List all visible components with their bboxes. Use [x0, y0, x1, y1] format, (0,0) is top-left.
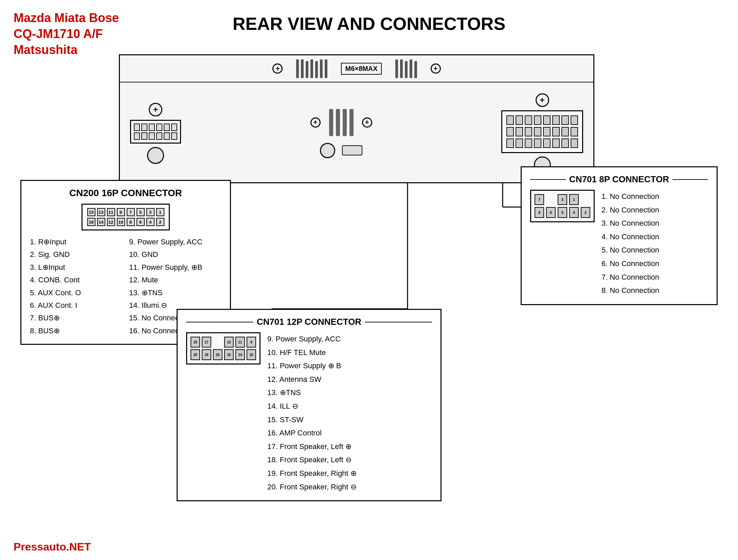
pin-entry: 14. ILL ⊖	[267, 399, 357, 413]
cn701-8p-content: 7 3 1 8 6 5 4 2 1. No Connection 2. No C…	[530, 190, 708, 297]
pin-entry: 12. Antenna SW	[267, 373, 357, 386]
pin-cell: 8	[535, 207, 544, 218]
pin-cell: 10	[117, 218, 125, 226]
pin-entry: 11. Power Supply ⊕ B	[267, 359, 357, 373]
cn200-title: CN200 16P CONNECTOR	[30, 188, 221, 199]
pin-cell: 20	[191, 349, 200, 360]
pin-entry: 5. No Connection	[601, 243, 659, 257]
pin-entry: 1. No Connection	[601, 190, 659, 203]
head-unit-diagram: + M6×8MAX + +	[119, 54, 594, 183]
screw-center2: +	[362, 117, 372, 128]
pin-cell: 6	[137, 218, 145, 226]
pin-entry: 6. AUX Cont. I	[30, 299, 122, 312]
pin-cell: 13	[97, 208, 105, 216]
pin-cell: 4	[569, 207, 579, 218]
pin-entry: 17. Front Speaker, Left ⊕	[267, 440, 357, 453]
pin-entry: 18. Front Speaker, Left ⊖	[267, 453, 357, 467]
pin-cell: 16	[213, 349, 222, 360]
pin-cell: 6	[546, 207, 556, 218]
pin-cell: 10	[247, 349, 256, 360]
pin-entry: 20. Front Speaker, Right ⊖	[267, 480, 357, 494]
main-title: REAR VIEW AND CONNECTORS	[14, 10, 724, 34]
cn701-8p-title: CN701 8P CONNECTOR	[530, 174, 708, 185]
pin-entry: 15. ST-SW	[267, 413, 357, 427]
pin-entry: 5. AUX Cont. O	[30, 286, 122, 299]
pin-cell: 15	[224, 349, 234, 360]
cn701-8p-pinout: 1. No Connection 2. No Connection 3. No …	[601, 190, 659, 297]
pin-entry: 13. ⊕TNS	[129, 286, 221, 299]
pin-entry: 3. No Connection	[601, 217, 659, 230]
pin-cell: 17	[202, 337, 211, 348]
pin-cell: 11	[107, 208, 115, 216]
pin-cell: 5	[137, 208, 145, 216]
pin-cell: 3	[146, 208, 155, 216]
pin-cell: 2	[581, 207, 590, 218]
pin-entry: 7. No Connection	[601, 270, 659, 284]
cn701-12p-pinout: 9. Power Supply, ACC 10. H/F TEL Mute 11…	[267, 332, 357, 493]
pin-entry: 11. Power Supply, ⊕B	[129, 261, 221, 274]
pin-entry: 12. Mute	[129, 274, 221, 286]
brand-line3: Matsushita	[14, 42, 119, 58]
pin-entry: 2. No Connection	[601, 203, 659, 217]
pin-cell: 16	[87, 218, 95, 226]
pin-entry: 8. No Connection	[601, 284, 659, 297]
pin-cell: 5	[558, 207, 567, 218]
pin-cell: 18	[202, 349, 211, 360]
cn701-8p-diagram: 7 3 1 8 6 5 4 2	[530, 190, 595, 222]
pin-cell: 19	[191, 337, 200, 348]
pin-cell: 3	[558, 194, 567, 205]
pin-entry: 9. Power Supply, ACC	[129, 236, 221, 248]
pin-entry: 1. R⊕Input	[30, 236, 122, 248]
pin-cell: 15	[87, 208, 95, 216]
pin-cell: 14	[235, 349, 245, 360]
pin-entry: 9. Power Supply, ACC	[267, 332, 357, 346]
pin-cell: 8	[127, 218, 135, 226]
pin-cell: 1	[569, 194, 579, 205]
cn701-12p-title: CN701 12P CONNECTOR	[186, 317, 432, 327]
cn701-12p-connector-box: CN701 12P CONNECTOR 19 17 13 11 9 20 18 …	[177, 309, 442, 501]
m6-label: M6×8MAX	[341, 63, 381, 75]
pin-entry: 16. AMP Control	[267, 426, 357, 440]
pin-cell: 12	[107, 218, 115, 226]
screw-top-right: +	[431, 63, 441, 74]
cn200-pinout-left: 1. R⊕Input 2. Sig. GND 3. L⊕Input 4. CON…	[30, 236, 122, 337]
brand-title: Mazda Miata Bose CQ-JM1710 A/F Matsushit…	[14, 10, 119, 58]
pin-cell: 2	[156, 218, 164, 226]
pin-cell: 9	[247, 337, 256, 348]
pin-entry: 6. No Connection	[601, 257, 659, 270]
pin-entry: 13. ⊕TNS	[267, 386, 357, 399]
brand-line2: CQ-JM1710 A/F	[14, 26, 119, 42]
screw-top-left: +	[272, 63, 283, 74]
pin-cell: 11	[235, 337, 245, 348]
pin-entry: 7. BUS⊕	[30, 312, 122, 324]
pin-spacer	[213, 337, 222, 348]
pin-cell: 7	[535, 194, 544, 205]
pin-spacer	[546, 194, 556, 205]
credit-text: Pressauto.NET	[14, 541, 91, 553]
pin-entry: 8. BUS⊕	[30, 324, 122, 337]
pin-entry: 3. L⊕Input	[30, 261, 122, 274]
knob-center	[320, 143, 335, 158]
pin-entry: 4. No Connection	[601, 230, 659, 244]
pin-cell: 4	[146, 218, 155, 226]
pin-cell: 13	[224, 337, 234, 348]
cn701-8p-connector-box: CN701 8P CONNECTOR 7 3 1 8 6 5 4 2	[521, 166, 718, 305]
knob-left	[147, 147, 164, 164]
cn200-pin-diagram: 15 13 11 9 7 5 3 1 16 14 12 10 8 6 4 2	[82, 204, 170, 230]
cn701-12p-content: 19 17 13 11 9 20 18 16 15 14 10 9	[186, 332, 432, 493]
pin-cell: 14	[97, 218, 105, 226]
pin-entry: 4. CONB. Cont	[30, 274, 122, 286]
pin-entry: 10. H/F TEL Mute	[267, 346, 357, 359]
page: Mazda Miata Bose CQ-JM1710 A/F Matsushit…	[0, 0, 738, 560]
pin-entry: 2. Sig. GND	[30, 248, 122, 261]
screw-center1: +	[310, 117, 321, 128]
screw-right: +	[536, 93, 549, 107]
pin-cell: 9	[117, 208, 125, 216]
brand-line1: Mazda Miata Bose	[14, 10, 119, 26]
pin-cell: 1	[156, 208, 164, 216]
cn701-12p-diagram: 19 17 13 11 9 20 18 16 15 14 10	[186, 332, 260, 365]
pin-entry: 10. GND	[129, 248, 221, 261]
pin-cell: 7	[127, 208, 135, 216]
pin-entry: 19. Front Speaker, Right ⊕	[267, 467, 357, 480]
screw-left: +	[149, 103, 162, 116]
